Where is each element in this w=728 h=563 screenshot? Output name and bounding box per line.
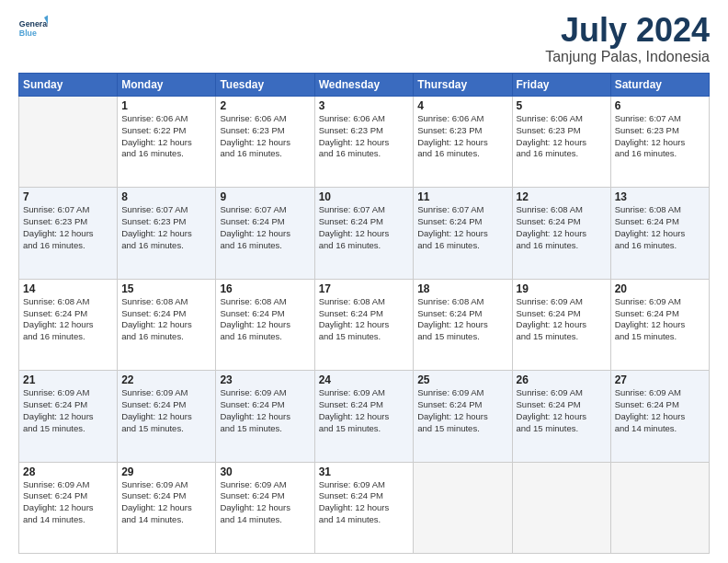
calendar-cell: 3Sunrise: 6:06 AM Sunset: 6:23 PM Daylig… [314,97,414,188]
day-number: 8 [121,190,211,203]
day-info: Sunrise: 6:07 AM Sunset: 6:23 PM Dayligh… [121,204,211,251]
day-number: 25 [417,373,507,386]
col-header-tuesday: Tuesday [216,74,314,97]
day-number: 18 [417,282,507,295]
calendar-cell: 2Sunrise: 6:06 AM Sunset: 6:23 PM Daylig… [216,97,314,188]
col-header-wednesday: Wednesday [314,74,414,97]
day-number: 15 [121,282,211,295]
day-number: 16 [220,282,310,295]
day-number: 23 [220,373,310,386]
day-number: 27 [615,373,705,386]
day-number: 17 [319,282,410,295]
week-row-2: 7Sunrise: 6:07 AM Sunset: 6:23 PM Daylig… [19,188,710,279]
day-number: 29 [121,465,211,478]
week-row-5: 28Sunrise: 6:09 AM Sunset: 6:24 PM Dayli… [19,462,710,553]
calendar-cell: 24Sunrise: 6:09 AM Sunset: 6:24 PM Dayli… [314,371,414,462]
subtitle: Tanjung Palas, Indonesia [545,49,710,65]
calendar-cell: 14Sunrise: 6:08 AM Sunset: 6:24 PM Dayli… [19,279,118,370]
logo-icon: General Blue [18,14,48,43]
day-info: Sunrise: 6:07 AM Sunset: 6:24 PM Dayligh… [319,204,410,251]
day-info: Sunrise: 6:09 AM Sunset: 6:24 PM Dayligh… [23,479,113,526]
day-info: Sunrise: 6:09 AM Sunset: 6:24 PM Dayligh… [121,387,211,434]
day-number: 13 [615,190,705,203]
day-info: Sunrise: 6:09 AM Sunset: 6:24 PM Dayligh… [517,296,607,343]
day-number: 1 [121,99,211,112]
calendar-cell: 11Sunrise: 6:07 AM Sunset: 6:24 PM Dayli… [414,188,512,279]
col-header-monday: Monday [118,74,216,97]
calendar-cell: 18Sunrise: 6:08 AM Sunset: 6:24 PM Dayli… [414,279,512,370]
day-number: 5 [517,99,607,112]
logo: General Blue [18,14,48,43]
calendar-cell: 28Sunrise: 6:09 AM Sunset: 6:24 PM Dayli… [19,462,118,553]
svg-text:General: General [19,19,48,29]
col-header-saturday: Saturday [610,74,709,97]
day-number: 21 [23,373,113,386]
day-info: Sunrise: 6:06 AM Sunset: 6:22 PM Dayligh… [121,113,211,160]
day-number: 28 [23,465,113,478]
day-info: Sunrise: 6:08 AM Sunset: 6:24 PM Dayligh… [615,204,705,251]
col-header-sunday: Sunday [19,74,118,97]
week-row-4: 21Sunrise: 6:09 AM Sunset: 6:24 PM Dayli… [19,371,710,462]
day-info: Sunrise: 6:09 AM Sunset: 6:24 PM Dayligh… [220,479,310,526]
calendar-cell: 10Sunrise: 6:07 AM Sunset: 6:24 PM Dayli… [314,188,414,279]
day-number: 22 [121,373,211,386]
day-info: Sunrise: 6:09 AM Sunset: 6:24 PM Dayligh… [319,479,410,526]
day-number: 19 [517,282,607,295]
calendar-header-row: SundayMondayTuesdayWednesdayThursdayFrid… [19,74,710,97]
day-number: 26 [517,373,607,386]
calendar-cell [414,462,512,553]
day-number: 4 [417,99,507,112]
calendar-cell: 23Sunrise: 6:09 AM Sunset: 6:24 PM Dayli… [216,371,314,462]
calendar-cell: 1Sunrise: 6:06 AM Sunset: 6:22 PM Daylig… [118,97,216,188]
day-info: Sunrise: 6:08 AM Sunset: 6:24 PM Dayligh… [417,296,507,343]
day-info: Sunrise: 6:09 AM Sunset: 6:24 PM Dayligh… [319,387,410,434]
week-row-1: 1Sunrise: 6:06 AM Sunset: 6:22 PM Daylig… [19,97,710,188]
day-number: 11 [417,190,507,203]
day-number: 6 [615,99,705,112]
calendar-cell: 9Sunrise: 6:07 AM Sunset: 6:24 PM Daylig… [216,188,314,279]
calendar-table: SundayMondayTuesdayWednesdayThursdayFrid… [18,73,710,554]
day-info: Sunrise: 6:08 AM Sunset: 6:24 PM Dayligh… [220,296,310,343]
svg-text:Blue: Blue [19,29,37,38]
calendar-cell: 29Sunrise: 6:09 AM Sunset: 6:24 PM Dayli… [118,462,216,553]
title-area: July 2024 Tanjung Palas, Indonesia [545,14,710,65]
calendar-cell: 22Sunrise: 6:09 AM Sunset: 6:24 PM Dayli… [118,371,216,462]
day-info: Sunrise: 6:09 AM Sunset: 6:24 PM Dayligh… [517,387,607,434]
day-number: 10 [319,190,410,203]
calendar-cell: 27Sunrise: 6:09 AM Sunset: 6:24 PM Dayli… [610,371,709,462]
calendar-cell [19,97,118,188]
day-number: 12 [517,190,607,203]
day-info: Sunrise: 6:06 AM Sunset: 6:23 PM Dayligh… [220,113,310,160]
calendar-cell: 13Sunrise: 6:08 AM Sunset: 6:24 PM Dayli… [610,188,709,279]
day-info: Sunrise: 6:08 AM Sunset: 6:24 PM Dayligh… [121,296,211,343]
calendar-cell [512,462,610,553]
day-info: Sunrise: 6:07 AM Sunset: 6:24 PM Dayligh… [220,204,310,251]
calendar-cell: 16Sunrise: 6:08 AM Sunset: 6:24 PM Dayli… [216,279,314,370]
day-number: 2 [220,99,310,112]
day-info: Sunrise: 6:07 AM Sunset: 6:23 PM Dayligh… [615,113,705,160]
calendar-cell: 6Sunrise: 6:07 AM Sunset: 6:23 PM Daylig… [610,97,709,188]
day-number: 31 [319,465,410,478]
calendar-cell: 19Sunrise: 6:09 AM Sunset: 6:24 PM Dayli… [512,279,610,370]
week-row-3: 14Sunrise: 6:08 AM Sunset: 6:24 PM Dayli… [19,279,710,370]
calendar-cell: 4Sunrise: 6:06 AM Sunset: 6:23 PM Daylig… [414,97,512,188]
day-number: 3 [319,99,410,112]
col-header-thursday: Thursday [414,74,512,97]
day-number: 20 [615,282,705,295]
day-info: Sunrise: 6:08 AM Sunset: 6:24 PM Dayligh… [23,296,113,343]
calendar-cell: 7Sunrise: 6:07 AM Sunset: 6:23 PM Daylig… [19,188,118,279]
day-number: 7 [23,190,113,203]
calendar-cell: 5Sunrise: 6:06 AM Sunset: 6:23 PM Daylig… [512,97,610,188]
calendar-cell: 20Sunrise: 6:09 AM Sunset: 6:24 PM Dayli… [610,279,709,370]
day-number: 14 [23,282,113,295]
main-title: July 2024 [545,14,710,47]
day-info: Sunrise: 6:06 AM Sunset: 6:23 PM Dayligh… [319,113,410,160]
calendar-cell: 30Sunrise: 6:09 AM Sunset: 6:24 PM Dayli… [216,462,314,553]
calendar-cell: 15Sunrise: 6:08 AM Sunset: 6:24 PM Dayli… [118,279,216,370]
calendar-cell: 26Sunrise: 6:09 AM Sunset: 6:24 PM Dayli… [512,371,610,462]
day-info: Sunrise: 6:07 AM Sunset: 6:24 PM Dayligh… [417,204,507,251]
day-number: 9 [220,190,310,203]
day-info: Sunrise: 6:08 AM Sunset: 6:24 PM Dayligh… [319,296,410,343]
day-info: Sunrise: 6:09 AM Sunset: 6:24 PM Dayligh… [615,387,705,434]
calendar-cell: 25Sunrise: 6:09 AM Sunset: 6:24 PM Dayli… [414,371,512,462]
